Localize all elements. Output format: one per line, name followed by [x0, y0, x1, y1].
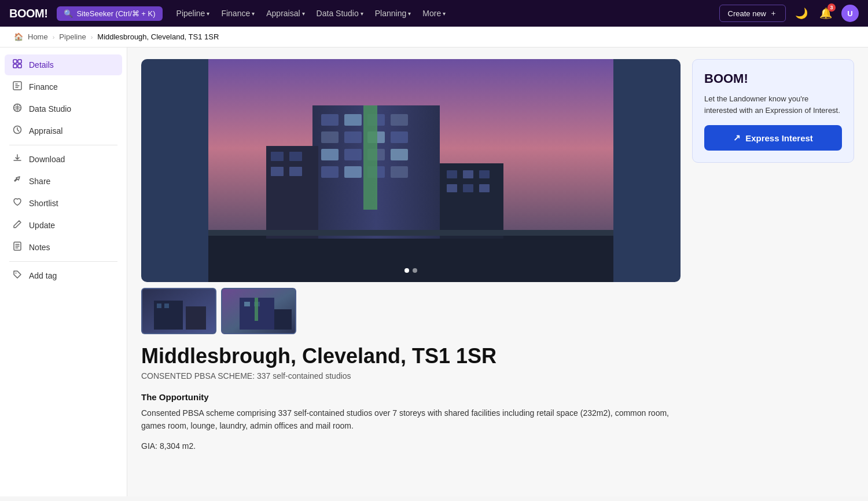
notifications-button[interactable]: 🔔 3 — [817, 5, 834, 22]
breadcrumb: 🏠 Home › Pipeline › Middlesbrough, Cleve… — [0, 27, 868, 47]
sidebar-label-add-tag: Add tag — [29, 271, 57, 280]
svg-rect-2 — [13, 64, 17, 68]
chevron-down-icon: ▾ — [207, 10, 209, 17]
main-content: Middlesbrough, Cleveland, TS1 1SR CONSEN… — [127, 47, 868, 496]
express-interest-label: Express Interest — [745, 133, 813, 143]
sidebar-label-share: Share — [29, 177, 50, 186]
user-avatar[interactable]: U — [841, 5, 859, 22]
create-new-label: Create new — [728, 9, 766, 18]
theme-toggle-button[interactable]: 🌙 — [793, 5, 810, 22]
property-sidebar-right: BOOM! Let the Landowner know you're inte… — [692, 59, 854, 451]
svg-rect-32 — [271, 167, 284, 176]
sidebar-label-appraisal: Appraisal — [29, 126, 62, 136]
svg-rect-12 — [321, 114, 339, 126]
svg-rect-50 — [244, 302, 250, 306]
svg-rect-52 — [255, 298, 258, 321]
thumbnail-2[interactable] — [221, 288, 296, 334]
svg-rect-16 — [321, 131, 339, 143]
create-new-button[interactable]: Create new ＋ — [719, 5, 786, 22]
site-seeker-button[interactable]: 🔍 SiteSeeker (Ctrl/⌘ + K) — [57, 6, 162, 21]
notes-icon — [12, 242, 23, 253]
nav-appraisal[interactable]: Appraisal ▾ — [262, 6, 309, 20]
header-right: Create new ＋ 🌙 🔔 3 U — [719, 5, 859, 22]
property-title: Middlesbrough, Cleveland, TS1 1SR — [141, 345, 681, 368]
nav-pipeline[interactable]: Pipeline ▾ — [172, 6, 215, 20]
sidebar-item-share[interactable]: Share — [5, 171, 122, 192]
svg-rect-10 — [208, 233, 613, 282]
heart-icon — [12, 198, 23, 209]
breadcrumb-separator: › — [91, 34, 93, 41]
sidebar-item-shortlist[interactable]: Shortlist — [5, 193, 122, 214]
sidebar-item-finance[interactable]: Finance — [5, 76, 122, 97]
sidebar-item-data-studio[interactable]: Data Studio — [5, 98, 122, 119]
dot-2[interactable] — [413, 268, 417, 273]
nav-planning[interactable]: Planning ▾ — [370, 6, 416, 20]
svg-rect-45 — [157, 303, 161, 308]
breadcrumb-current: Middlesbrough, Cleveland, TS1 1SR — [97, 32, 219, 41]
svg-rect-15 — [391, 114, 408, 126]
share-icon — [12, 175, 23, 187]
property-main: Middlesbrough, Cleveland, TS1 1SR CONSEN… — [141, 59, 681, 451]
logo: BOOM! — [9, 7, 47, 20]
svg-rect-24 — [321, 166, 339, 178]
breadcrumb-pipeline[interactable]: Pipeline — [59, 32, 86, 41]
dot-1[interactable] — [404, 268, 409, 273]
sidebar-item-download[interactable]: Download — [5, 149, 122, 170]
main-nav: Pipeline ▾ Finance ▾ Appraisal ▾ Data St… — [172, 6, 710, 20]
express-interest-button[interactable]: ↗ Express Interest — [704, 125, 842, 151]
svg-rect-19 — [391, 131, 408, 143]
thumbnails — [141, 288, 681, 334]
svg-rect-31 — [289, 152, 302, 161]
search-icon: 🔍 — [64, 9, 73, 18]
sidebar-label-finance: Finance — [29, 82, 58, 92]
svg-rect-13 — [344, 114, 362, 126]
svg-point-8 — [16, 273, 17, 274]
sidebar-label-download: Download — [29, 155, 65, 164]
gia-text: GIA: 8,304 m2. — [141, 441, 681, 451]
svg-rect-46 — [164, 303, 169, 308]
nav-more[interactable]: More ▾ — [418, 6, 450, 20]
breadcrumb-separator: › — [53, 34, 55, 41]
chevron-down-icon: ▾ — [361, 10, 363, 17]
svg-rect-21 — [344, 149, 362, 160]
svg-rect-36 — [463, 170, 473, 178]
nav-finance[interactable]: Finance ▾ — [216, 6, 259, 20]
moon-icon: 🌙 — [795, 8, 808, 19]
header: BOOM! 🔍 SiteSeeker (Ctrl/⌘ + K) Pipeline… — [0, 0, 868, 27]
svg-rect-1 — [18, 60, 21, 63]
chevron-down-icon: ▾ — [443, 10, 446, 17]
svg-rect-33 — [289, 167, 302, 176]
data-studio-icon — [12, 103, 23, 115]
sidebar-item-notes[interactable]: Notes — [5, 237, 122, 258]
sidebar-item-add-tag[interactable]: Add tag — [5, 265, 122, 286]
sidebar-item-details[interactable]: Details — [5, 54, 122, 75]
boom-card: BOOM! Let the Landowner know you're inte… — [692, 59, 854, 163]
appraisal-icon — [12, 125, 23, 137]
main-image-container — [141, 59, 681, 282]
sidebar-item-update[interactable]: Update — [5, 215, 122, 236]
svg-rect-30 — [271, 152, 284, 161]
boom-card-logo: BOOM! — [704, 71, 842, 86]
boom-card-text: Let the Landowner know you're interested… — [704, 93, 842, 116]
opportunity-body: Consented PBSA scheme comprising 337 sel… — [141, 407, 681, 433]
property-section: Middlesbrough, Cleveland, TS1 1SR CONSEN… — [141, 59, 854, 451]
svg-rect-41 — [208, 230, 613, 236]
sidebar-item-appraisal[interactable]: Appraisal — [5, 120, 122, 141]
sidebar-label-notes: Notes — [29, 243, 50, 252]
svg-rect-49 — [274, 309, 292, 330]
sidebar-label-shortlist: Shortlist — [29, 199, 58, 208]
nav-data-studio[interactable]: Data Studio ▾ — [312, 6, 368, 20]
notification-badge: 3 — [827, 3, 836, 12]
svg-rect-37 — [479, 170, 490, 178]
download-icon — [12, 153, 23, 165]
sidebar-label-data-studio: Data Studio — [29, 104, 71, 114]
breadcrumb-home[interactable]: Home — [28, 32, 48, 41]
chevron-down-icon: ▾ — [252, 10, 255, 17]
svg-rect-0 — [13, 60, 17, 63]
svg-rect-44 — [186, 306, 206, 330]
home-icon: 🏠 — [14, 32, 23, 41]
svg-rect-25 — [344, 166, 362, 178]
svg-rect-23 — [391, 149, 408, 160]
thumbnail-1[interactable] — [141, 288, 216, 334]
chevron-down-icon: ▾ — [408, 10, 411, 17]
